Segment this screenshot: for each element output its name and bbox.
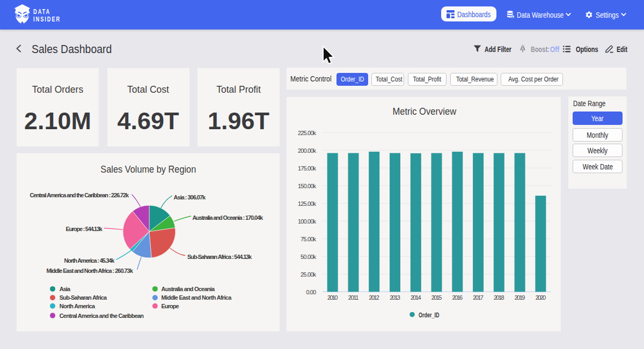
svg-text:Metric Overview: Metric Overview [392, 106, 456, 117]
svg-text:2013: 2013 [390, 294, 400, 301]
svg-text:Sales Volume by Region: Sales Volume by Region [100, 164, 196, 175]
svg-text:75.00k: 75.00k [301, 236, 317, 242]
svg-text:150.00k: 150.00k [298, 183, 317, 189]
svg-text:Asia: Asia [60, 286, 71, 292]
svg-text:2012: 2012 [369, 294, 379, 301]
svg-text:Middle East and North Africa: Middle East and North Africa [162, 294, 232, 301]
svg-text:Australia and Oceania : 170.04: Australia and Oceania : 170.04k [193, 214, 264, 221]
svg-text:Europe: Europe [162, 303, 179, 309]
svg-text:Sub-Saharan Africa : 544.13k: Sub-Saharan Africa : 544.13k [187, 254, 252, 260]
svg-text:25.00k: 25.00k [301, 271, 317, 278]
svg-text:Asia : 306.07k: Asia : 306.07k [174, 194, 206, 201]
svg-text:North America: North America [60, 303, 96, 309]
svg-text:2015: 2015 [431, 294, 442, 301]
svg-text:2017: 2017 [473, 294, 484, 301]
svg-text:2018: 2018 [494, 294, 504, 301]
svg-text:North America : 45.34k: North America : 45.34k [64, 257, 115, 264]
svg-text:100.00k: 100.00k [298, 218, 317, 225]
svg-text:125.00k: 125.00k [298, 201, 317, 207]
svg-text:Central America and the Caribb: Central America and the Caribbean : 226.… [30, 192, 129, 198]
svg-text:Order_ID: Order_ID [419, 311, 440, 319]
svg-text:2014: 2014 [411, 294, 421, 301]
svg-text:175.00k: 175.00k [298, 165, 317, 172]
svg-text:200.00k: 200.00k [298, 147, 317, 154]
svg-text:Australia and Oceania: Australia and Oceania [162, 286, 215, 292]
svg-text:2016: 2016 [452, 294, 463, 301]
svg-text:0.00: 0.00 [306, 289, 317, 295]
svg-text:Sub-Saharan Africa: Sub-Saharan Africa [60, 294, 107, 301]
svg-text:2020: 2020 [536, 294, 546, 301]
svg-text:50.00k: 50.00k [301, 254, 317, 260]
svg-text:Europe : 544.13k: Europe : 544.13k [66, 226, 103, 232]
svg-text:Middle East and North Africa :: Middle East and North Africa : 260.73k [47, 268, 134, 274]
svg-text:2011: 2011 [348, 294, 359, 301]
svg-text:225.00k: 225.00k [298, 130, 317, 136]
svg-text:2019: 2019 [515, 294, 525, 301]
svg-text:Central America and the Caribb: Central America and the Caribbean [60, 313, 144, 319]
svg-text:2010: 2010 [327, 294, 338, 301]
